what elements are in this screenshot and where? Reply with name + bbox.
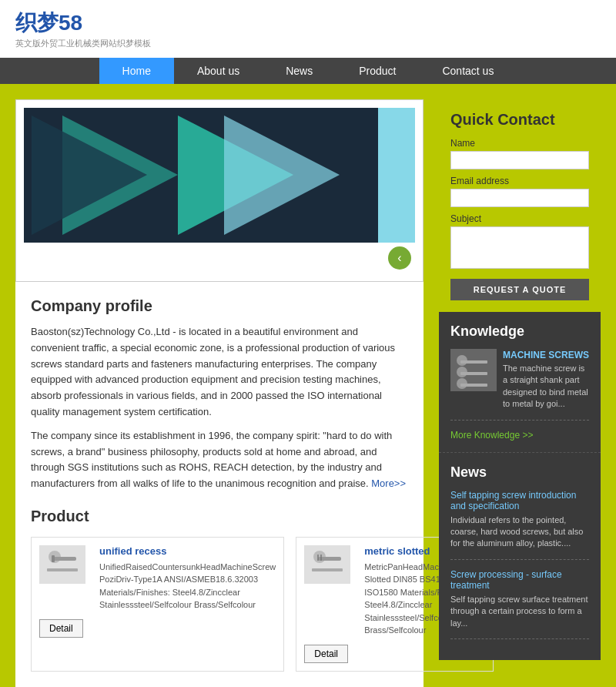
- svg-rect-9: [47, 568, 78, 571]
- company-profile-section: Company profile Baoston(sz)Technology Co…: [31, 297, 408, 492]
- subject-label: Subject: [450, 213, 589, 224]
- email-label: Email address: [450, 176, 589, 186]
- nav-contact[interactable]: Contact us: [419, 58, 517, 84]
- news-item-2-text: Self tapping screw surface treatment thr…: [450, 594, 589, 629]
- slider-box: ‹: [15, 99, 424, 282]
- knowledge-item-text: The machine screw is a straight shank pa…: [503, 363, 589, 411]
- news-divider: [450, 559, 589, 560]
- knowledge-thumbnail: [450, 349, 497, 391]
- svg-rect-8: [52, 555, 55, 562]
- product-image-2: [304, 545, 350, 584]
- knowledge-item-content: MACHINE SCREWS The machine screw is a st…: [503, 349, 589, 411]
- slider-image: [24, 108, 415, 243]
- company-para2: The company since its establishment in 1…: [31, 428, 408, 492]
- knowledge-divider: [450, 420, 589, 421]
- logo-title: 织梦58: [15, 8, 601, 38]
- name-input[interactable]: [450, 151, 589, 169]
- quick-contact-title: Quick Contact: [450, 111, 589, 129]
- knowledge-section: Knowledge MACHINE SCREWS The mach: [439, 312, 601, 452]
- company-more-link[interactable]: More>>: [371, 478, 406, 489]
- subject-textarea[interactable]: [450, 226, 589, 269]
- nav-product[interactable]: Product: [336, 58, 419, 84]
- product-section: Product: [31, 508, 408, 672]
- quick-contact-section: Quick Contact Name Email address Subject…: [439, 99, 601, 312]
- left-column: ‹ Company profile Baoston(sz)Technology …: [15, 99, 424, 687]
- news-title: News: [450, 464, 589, 481]
- company-para1: Baoston(sz)Technology Co.,Ltd - is locat…: [31, 324, 408, 421]
- knowledge-item: MACHINE SCREWS The machine screw is a st…: [450, 349, 589, 411]
- email-input[interactable]: [450, 189, 589, 207]
- slider-nav: ‹: [24, 243, 415, 273]
- svg-rect-15: [312, 568, 343, 571]
- right-column: Quick Contact Name Email address Subject…: [439, 99, 601, 687]
- request-quote-button[interactable]: REQUEST A QUOTE: [450, 279, 589, 300]
- header: 织梦58 英文版外贸工业机械类网站织梦模板: [0, 0, 616, 58]
- main-nav: Home About us News Product Contact us: [0, 58, 616, 84]
- svg-rect-7: [53, 557, 76, 561]
- svg-rect-20: [460, 372, 487, 375]
- product-detail-btn-2[interactable]: Detail: [304, 645, 348, 663]
- svg-rect-22: [460, 384, 487, 387]
- knowledge-title: Knowledge: [450, 323, 589, 340]
- product-image-1: [39, 545, 85, 584]
- product-card-1: unified recess UnifiedRaisedCountersunkH…: [31, 537, 284, 672]
- slider-prev-button[interactable]: ‹: [388, 246, 411, 270]
- news-divider-2: [450, 638, 589, 639]
- more-knowledge-link[interactable]: More Knowledge >>: [450, 430, 589, 441]
- logo-area: 织梦58 英文版外贸工业机械类网站织梦模板: [15, 8, 601, 49]
- news-item-2: Screw processing - surface treatment Sel…: [450, 569, 589, 629]
- product-desc-1: UnifiedRaisedCountersunkHeadMachineScrew…: [99, 561, 276, 612]
- nav-news[interactable]: News: [263, 58, 336, 84]
- main-wrapper: ‹ Company profile Baoston(sz)Technology …: [0, 84, 616, 687]
- company-profile-title: Company profile: [31, 297, 408, 315]
- product-name-1: unified recess: [99, 545, 276, 557]
- slider-svg: [24, 108, 378, 243]
- svg-rect-10: [304, 545, 350, 584]
- nav-about[interactable]: About us: [174, 58, 263, 84]
- nav-home[interactable]: Home: [99, 58, 174, 84]
- logo-subtitle: 英文版外贸工业机械类网站织梦模板: [15, 38, 601, 49]
- product-title: Product: [31, 508, 408, 525]
- news-item-2-title[interactable]: Screw processing - surface treatment: [450, 569, 589, 591]
- svg-rect-5: [39, 545, 85, 584]
- svg-rect-18: [460, 360, 487, 364]
- news-item-1-text: Individual refers to the pointed, coarse…: [450, 514, 589, 550]
- name-label: Name: [450, 138, 589, 149]
- knowledge-item-title[interactable]: MACHINE SCREWS: [503, 350, 589, 360]
- news-section: News Self tapping screw introduction and…: [439, 452, 601, 660]
- news-item-1-title[interactable]: Self tapping screw introduction and spec…: [450, 490, 589, 511]
- news-item-1: Self tapping screw introduction and spec…: [450, 490, 589, 550]
- product-grid: unified recess UnifiedRaisedCountersunkH…: [31, 537, 408, 672]
- content-area: Company profile Baoston(sz)Technology Co…: [15, 282, 424, 687]
- product-detail-btn-1[interactable]: Detail: [39, 619, 83, 638]
